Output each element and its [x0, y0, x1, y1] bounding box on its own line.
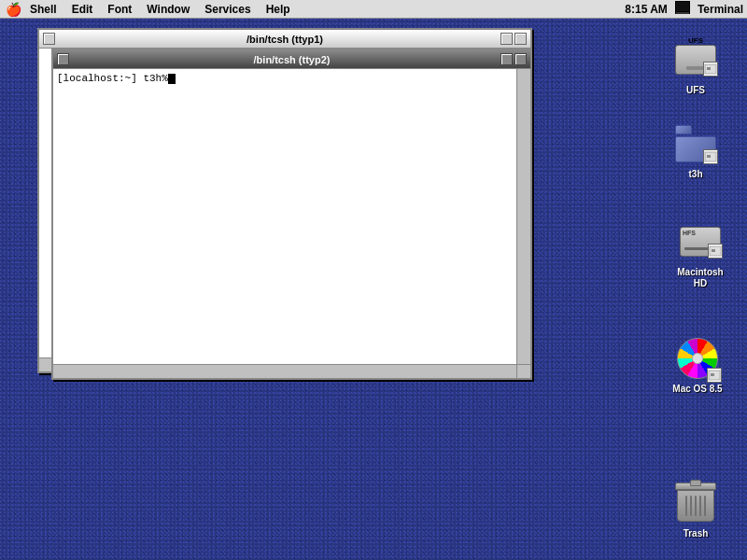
svg-rect-8 — [707, 155, 711, 158]
window-inner-ttyp2: [localhost:~] t3h% — [53, 69, 530, 378]
hd-label-top: HFS — [683, 230, 696, 236]
menu-help[interactable]: Help — [259, 0, 298, 19]
menu-window[interactable]: Window — [139, 0, 197, 19]
menu-services[interactable]: Services — [197, 0, 258, 19]
menu-shell[interactable]: Shell — [22, 0, 64, 19]
collapse-button-ttyp2[interactable] — [514, 53, 527, 65]
titlebar-ttyp1[interactable]: /bin/tcsh (ttyp1) — [39, 30, 530, 49]
terminal-app-icon — [675, 1, 690, 17]
trash-icon-image — [673, 481, 718, 525]
macos85-icon-image — [675, 336, 720, 381]
desktop-icon-macintosh-hd[interactable]: HFS Macintosh HD — [668, 219, 733, 290]
macintosh-hd-label: Macintosh HD — [668, 266, 733, 290]
desktop: /bin/tcsh (ttyp1) /bin/tcsh (ttyp2) [loc — [0, 19, 747, 560]
trash-line-3 — [695, 496, 697, 516]
folder-badge — [703, 149, 718, 164]
trash-line-1 — [685, 496, 687, 516]
scrollbar-vertical-ttyp2[interactable] — [516, 69, 530, 378]
system-time: 8:15 AM — [625, 3, 668, 16]
svg-rect-11 — [712, 249, 715, 252]
macos85-label: Mac OS 8.5 — [669, 383, 725, 396]
zoom-button-ttyp2[interactable] — [500, 53, 513, 65]
trash-label: Trash — [681, 527, 712, 540]
menubar-right: 8:15 AM Terminal — [625, 1, 743, 17]
ufs-drive-label: UFS — [688, 36, 703, 45]
cd-badge — [707, 368, 722, 383]
window-title-ttyp1: /bin/tcsh (ttyp1) — [39, 34, 530, 45]
apple-menu[interactable]: 🍎 — [4, 0, 22, 19]
ufs-label: UFS — [684, 84, 708, 97]
ufs-icon-image: UFS — [673, 37, 718, 82]
svg-rect-5 — [707, 67, 711, 70]
ufs-badge — [703, 62, 718, 77]
titlebar-right-buttons-ttyp1 — [500, 33, 527, 45]
zoom-button-ttyp1[interactable] — [500, 33, 513, 45]
window-title-ttyp2: /bin/tcsh (ttyp2) — [53, 54, 530, 65]
desktop-icon-trash[interactable]: Trash — [663, 481, 728, 540]
desktop-icon-t3h[interactable]: t3h — [663, 121, 728, 181]
trash-shape — [677, 483, 714, 524]
trash-line-5 — [704, 496, 706, 516]
desktop-icon-macos85[interactable]: Mac OS 8.5 — [665, 336, 730, 396]
folder-tab — [675, 125, 692, 134]
terminal-window-ttyp2: /bin/tcsh (ttyp2) [localhost:~] t3h% — [51, 49, 532, 380]
resize-handle-ttyp2[interactable] — [516, 364, 530, 378]
trash-line-4 — [699, 496, 701, 516]
scrollbar-horizontal-ttyp2[interactable] — [53, 364, 516, 378]
t3h-icon-image — [673, 121, 718, 166]
t3h-label: t3h — [686, 168, 706, 181]
close-button-ttyp1[interactable] — [43, 33, 55, 45]
trash-lid — [675, 483, 716, 490]
titlebar-right-buttons-ttyp2 — [500, 53, 527, 65]
menubar: 🍎 Shell Edit Font Window Services Help 8… — [0, 0, 747, 19]
trash-body — [677, 490, 714, 522]
macintosh-hd-icon-image: HFS — [678, 219, 723, 264]
terminal-content-ttyp2[interactable]: [localhost:~] t3h% — [53, 69, 516, 364]
terminal-cursor — [168, 74, 176, 84]
trash-line-2 — [690, 496, 692, 516]
svg-rect-1 — [676, 2, 689, 11]
terminal-prompt: [localhost:~] t3h% — [57, 73, 168, 84]
menu-font[interactable]: Font — [100, 0, 139, 19]
hd-badge — [708, 244, 723, 259]
menu-edit[interactable]: Edit — [64, 0, 101, 19]
svg-rect-14 — [711, 373, 714, 376]
close-button-ttyp2[interactable] — [57, 53, 69, 65]
app-name: Terminal — [698, 3, 743, 16]
desktop-icon-ufs[interactable]: UFS UFS — [663, 37, 728, 97]
svg-rect-2 — [676, 12, 689, 14]
titlebar-ttyp2[interactable]: /bin/tcsh (ttyp2) — [53, 50, 530, 69]
collapse-button-ttyp1[interactable] — [514, 33, 527, 45]
cd-center-hole — [692, 353, 703, 364]
